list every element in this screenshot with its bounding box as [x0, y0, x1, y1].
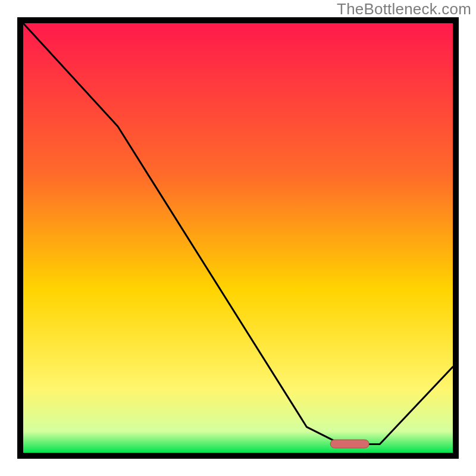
plot-svg — [23, 23, 453, 453]
chart-container: TheBottleneck.com — [0, 0, 476, 476]
highlight-range — [330, 440, 369, 448]
watermark-text: TheBottleneck.com — [337, 0, 471, 18]
gradient-fill — [23, 23, 453, 453]
